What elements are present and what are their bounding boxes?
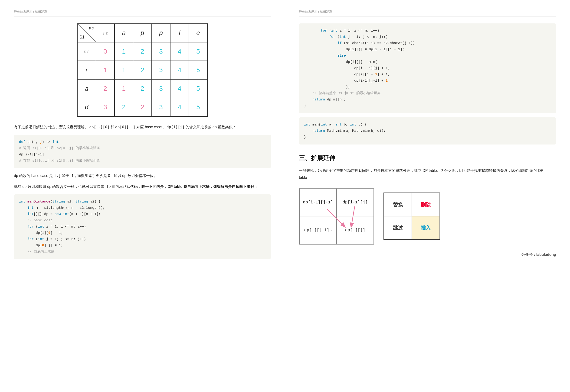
col-header-a: a (115, 24, 133, 42)
cell-2-4: 4 (170, 79, 189, 98)
col-header-l: l (170, 24, 189, 42)
grid-cell-10: dp[i][j-1]→ (300, 216, 337, 244)
cell-0-5: 5 (189, 42, 208, 61)
s2-label: S2 (89, 25, 94, 32)
legend-insert-text: 插入 (421, 224, 431, 232)
dp-grid-container: dp[i-1][j-1] dp[i-1][j] dp[i][j-1]→ dp[i… (299, 188, 374, 244)
legend-delete: 删除 (412, 193, 440, 216)
para3: 既然 dp 数组和递归 dp 函数含义一样，也就可以直接套用之前的思路写代码，唯… (14, 183, 271, 190)
right-para1: 一般来说，处理两个字符串的动态规划问题，都是按本文的思路处理，建立 DP tab… (299, 167, 556, 181)
para2: dp 函数的 base case 是 i,j 等于 -1，而数组索引至少是 0，… (14, 172, 271, 179)
right-panel-title: 经典动态规划：编辑距离 (299, 9, 556, 16)
left-panel: 经典动态规划：编辑距离 S2 S1 ε ε a p p (0, 0, 285, 392)
row-header-r: r (77, 61, 96, 79)
row-header-epsilon: ε ε (77, 42, 96, 61)
cell-0-4: 4 (170, 42, 189, 61)
corner-cell: S2 S1 (77, 24, 96, 42)
row-header-d: d (77, 98, 96, 116)
section3-heading: 三、扩展延伸 (299, 153, 556, 163)
cell-1-3: 3 (152, 61, 170, 79)
cell-2-5: 5 (189, 79, 208, 98)
para1: 有了之前递归解法的铺垫，应该很容易理解。 dp[..][0] 和 dp[0][.… (14, 124, 271, 131)
watermark: 公众号：labuladong (299, 252, 556, 258)
cell-0-0: 0 (96, 42, 115, 61)
left-panel-title: 经典动态规划：编辑距离 (14, 9, 271, 16)
cell-3-5: 5 (189, 98, 208, 116)
cell-2-3: 3 (152, 79, 170, 98)
legend-replace: 替换 (384, 193, 412, 216)
col-header-p1: p (133, 24, 152, 42)
code-block-2: int minDistance(String s1, String s2) { … (14, 194, 271, 259)
cell-1-2: 2 (133, 61, 152, 79)
cell-0-1: 1 (115, 42, 133, 61)
legend-skip: 跳过 (384, 216, 412, 239)
col-header-epsilon: ε ε (96, 24, 115, 42)
grid-cell-11: dp[i][j] (337, 216, 374, 244)
cell-3-2: 2 (133, 98, 152, 116)
cell-3-4: 4 (170, 98, 189, 116)
row-header-a: a (77, 79, 96, 98)
dp-table-wrapper: S2 S1 ε ε a p p l e ε ε 0 1 2 3 (77, 23, 208, 117)
cell-2-0: 2 (96, 79, 115, 98)
grid-cell-00: dp[i-1][j-1] (300, 188, 337, 216)
dp-legend: 替换 删除 跳过 插入 (384, 193, 440, 240)
cell-1-4: 4 (170, 61, 189, 79)
col-header-p2: p (152, 24, 170, 42)
cell-1-0: 1 (96, 61, 115, 79)
code-block-3: for (int i = 1; i <= m; i++) for (int j … (299, 23, 556, 113)
cell-2-1: 1 (115, 79, 133, 98)
legend-empty: 插入 (412, 216, 440, 239)
cell-1-1: 1 (115, 61, 133, 79)
cell-0-3: 3 (152, 42, 170, 61)
code-block-1: def dp(i, j) -> int # 返回 s1[0..i] 和 s2[0… (14, 135, 271, 168)
dp-diagram-wrapper: dp[i-1][j-1] dp[i-1][j] dp[i][j-1]→ dp[i… (299, 188, 556, 244)
dp-table: S2 S1 ε ε a p p l e ε ε 0 1 2 3 (77, 23, 208, 117)
cell-1-5: 5 (189, 61, 208, 79)
col-header-e: e (189, 24, 208, 42)
code-block-4: int min(int a, int b, int c) { return Ma… (299, 117, 556, 144)
grid-cell-01: dp[i-1][j] (337, 188, 374, 216)
dp-grid: dp[i-1][j-1] dp[i-1][j] dp[i][j-1]→ dp[i… (299, 188, 374, 244)
cell-3-3: 3 (152, 98, 170, 116)
right-panel: 经典动态规划：编辑距离 for (int i = 1; i <= m; i++)… (285, 0, 570, 392)
cell-2-2: 2 (133, 79, 152, 98)
cell-3-0: 3 (96, 98, 115, 116)
s1-label: S1 (79, 34, 85, 41)
cell-3-1: 2 (115, 98, 133, 116)
cell-0-2: 2 (133, 42, 152, 61)
